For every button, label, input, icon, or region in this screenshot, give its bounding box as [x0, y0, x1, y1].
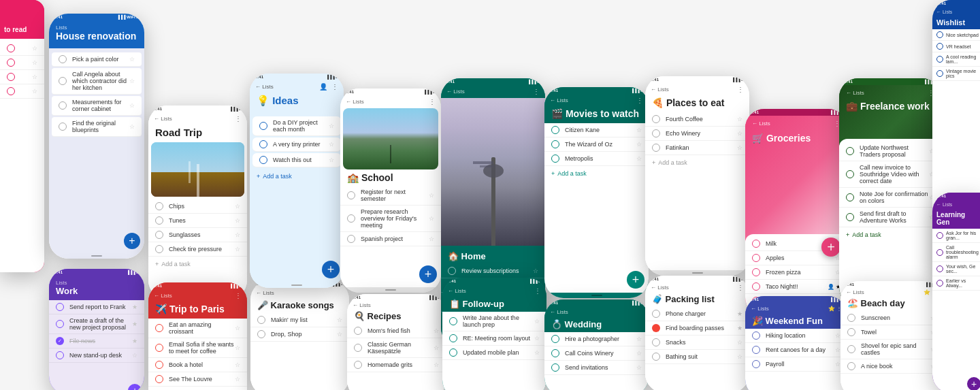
fab-button[interactable]: +	[627, 271, 644, 289]
list-item: Prepare research overview for Friday's m…	[340, 206, 441, 232]
status-bar: 9:41 ▐▐▐ ■	[442, 278, 546, 285]
list-item: ☆	[0, 84, 44, 99]
list-item: Pick a paint color ☆	[52, 52, 142, 67]
lists-back: ← Lists	[936, 10, 952, 14]
list-item: Tunes ☆	[148, 214, 247, 228]
list-item: Sunglasses ☆	[148, 228, 247, 242]
phone-house-renovation: 9:41 ▐▐▐ WiFi ■ Lists House renovation P…	[49, 14, 144, 259]
back-lists: ← Lists	[154, 116, 172, 122]
list-item: Phone charger ★	[645, 307, 749, 321]
list-item: Call troubleshooting alarm	[932, 243, 980, 262]
fab-button[interactable]: +	[124, 233, 140, 249]
list-item: Rent canoes for a day ☆	[745, 343, 847, 357]
status-bar: 9:41 ▐▐▐ ■	[250, 74, 344, 80]
status-bar: 9:41 ▐▐▐ ■	[544, 87, 649, 94]
status-bar: 9:41 ▐▐▐ ■	[839, 78, 941, 85]
list-item: Call Angela about which contractor did h…	[52, 68, 142, 95]
phone-beach-day: 9:41 ▐▐▐ ■ ← Lists ⭐ ⋮ 🏖️ Beach day Suns…	[840, 281, 943, 390]
lists-back: ← Lists	[256, 290, 274, 296]
list-item: ✓ File news ★	[49, 334, 144, 348]
places-title: 🍕 Places to eat	[652, 97, 742, 108]
phone-ideas: 9:41 ▐▐▐ ■ ← Lists 👤 ⋮ 💡 Ideas Do a DIY …	[250, 74, 344, 288]
list-item: Metropolis ☆	[544, 152, 649, 166]
phone-places-to-eat: 9:41 ▐▐▐ ■ ← Lists ⋮ 🍕 Places to eat Fou…	[645, 76, 749, 276]
add-task-row[interactable]: + Add a task	[839, 227, 941, 242]
list-item: Mom's fried fish ☆	[347, 324, 446, 338]
list-item: Email Sofia if she wants to meet for cof…	[148, 338, 247, 358]
lists-back: ← Lists	[446, 88, 465, 95]
status-bar: 9:41 ▐▐▐ ■	[347, 294, 446, 301]
fab-button[interactable]: +	[821, 238, 840, 257]
lists-back: ← Lists	[448, 288, 466, 294]
list-item: Review subscriptions ☆	[441, 264, 545, 278]
add-task-row[interactable]: + Add a task	[645, 155, 749, 170]
status-bar: 9:41 ▐▐▐ WiFi ■	[49, 14, 144, 20]
groceries-title: 🛒 Groceries	[752, 133, 840, 144]
list-item: VR headset	[932, 41, 980, 52]
status-bar: 9:41 ▐▐▐ ■	[544, 299, 649, 306]
fab-button[interactable]: +	[322, 261, 340, 278]
lists-back: ← Lists	[651, 285, 669, 291]
movies-title: 🎬 Movies to watch	[551, 108, 642, 119]
list-item: Eat an amazing croissant ☆	[148, 319, 247, 338]
list-item: Ask Jor for his gran...	[932, 229, 980, 243]
status-bar: 9:41 ▐▐▐ ■	[745, 296, 847, 303]
phone-weekend-fun: 9:41 ▐▐▐ ■ ← Lists ⭐ ⋮ 🎉 Weekend Fun Hik…	[745, 296, 847, 390]
freelance-title: 💼 Freelance work	[846, 101, 934, 112]
status-bar: 9:41 ▐▐▐ ■	[340, 88, 441, 95]
phone-trip-to-paris: 9:41 ▐▐▐ ■ ← Lists ⋮ ✈️ Trip to Paris Ea…	[148, 282, 247, 390]
list-item: Find the original blueprints ☆	[52, 117, 142, 137]
wedding-title: 💍 Wedding	[551, 319, 642, 329]
list-item: Fatinkan ☆	[645, 141, 749, 155]
lists-back: ← Lists	[846, 289, 864, 295]
list-item: Note Joe for confirmation on colors ☆	[839, 188, 941, 208]
phone-school: 9:41 ▐▐▐ ■ ← Lists ⋮ 🏫 School Register f…	[340, 88, 441, 293]
list-item: Taco Night!! 👤 ★	[745, 280, 847, 294]
ideas-title: 💡 Ideas	[257, 95, 337, 107]
status-bar: 9:41 ▐▐▐ ■	[645, 276, 749, 282]
list-item: Sunscreen ☆	[840, 311, 943, 325]
karaoke-title: 🎤 Karaoke songs	[257, 300, 342, 310]
status-bar: 9:41 ▐▐▐ ■	[148, 282, 247, 289]
list-item: Your wish, Ge sec...	[932, 262, 980, 276]
list-item: Towel ☆	[840, 325, 943, 340]
fab-button[interactable]: +	[967, 377, 980, 390]
list-item: Do a DIY project each month ☆	[252, 116, 341, 136]
lists-label: Lists	[56, 280, 137, 286]
phone-groceries: 9:41 ▐▐▐ ■ ← Lists ⋮ 🛒 Groceries Milk ☆	[745, 109, 847, 316]
list-item: Create a draft of the new project propos…	[49, 314, 144, 334]
status-bar: 9:41 ▐▐▐ ■	[645, 76, 749, 83]
list-item: ☆	[0, 70, 44, 84]
list-item: Homemade grits ☆	[347, 358, 446, 372]
lists-back: ← Lists	[550, 97, 568, 103]
weekend-fun-title: 🎉 Weekend Fun	[752, 316, 840, 326]
trip-to-paris-title: ✈️ Trip to Paris	[155, 304, 240, 314]
list-item: ☆	[0, 42, 44, 56]
list-item: Snacks ☆	[645, 336, 749, 350]
list-item: Bathing suit ☆	[645, 350, 749, 364]
lists-back: ← Lists	[353, 302, 371, 308]
list-item: New stand-up desk ☆	[49, 348, 144, 363]
list-item: Send report to Frank ★	[49, 300, 144, 314]
add-task-row[interactable]: + Add a task	[544, 166, 649, 181]
phone-road-trip: 9:41 ▐▐▐ ■ ← Lists ⋮ Road Trip Chips ☆ T…	[148, 105, 247, 299]
list-item: A very tiny printer ☆	[252, 137, 341, 152]
road-trip-title: Road Trip	[155, 127, 240, 138]
lists-back: ← Lists	[154, 293, 172, 299]
fab-button[interactable]: +	[128, 384, 142, 390]
phone-learning-gen: 9:41 ← Lists Learning Gen Ask Jor for hi…	[932, 193, 980, 390]
status-bar: 9:41 ▐▐▐ ■	[745, 109, 847, 116]
list-item: Write Jane about the launch prep ☆	[442, 312, 546, 331]
list-item: Nice sketchpad	[932, 29, 980, 41]
add-task-row[interactable]: + Add a task	[250, 169, 344, 184]
add-task-row[interactable]: + Add a task	[148, 257, 247, 272]
phone-follow-up: 9:41 ▐▐▐ ■ ← Lists ⋮ 📋 Follow-up Write J…	[442, 278, 546, 390]
fab-button[interactable]: +	[419, 265, 437, 283]
list-item: Send first draft to Adventure Works ☆	[839, 208, 941, 227]
lists-back: ← Lists	[255, 84, 274, 90]
list-item: Fourth Coffee ☆	[645, 112, 749, 127]
list-item: Send invitations ☆	[544, 361, 649, 375]
status-bar: 9:41 ▐▐▐ ■	[441, 78, 545, 85]
list-item: A nice book ☆	[840, 359, 943, 374]
school-title: 🏫 School	[347, 172, 393, 183]
